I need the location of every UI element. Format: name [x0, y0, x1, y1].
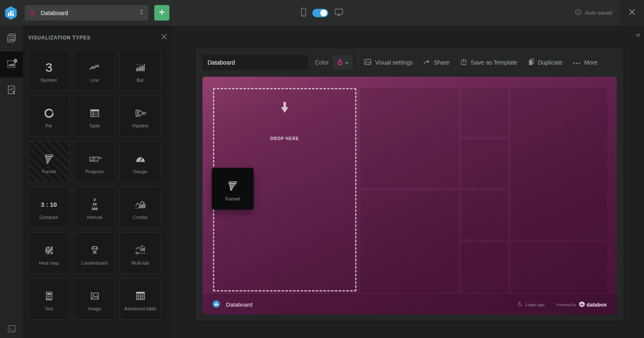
compare-icon: 3 : 10	[41, 195, 57, 214]
viz-tile-multitab[interactable]: Multi-tab	[119, 232, 161, 274]
board-panel-placeholder	[460, 87, 509, 137]
reports-icon	[6, 84, 17, 97]
autosave-status: Auto saved	[575, 0, 612, 26]
terminal-icon	[7, 324, 17, 335]
editor-main: « Color Visual settings	[173, 26, 644, 338]
select-arrows-icon	[140, 9, 143, 17]
rail-item-visualization-types[interactable]	[0, 52, 23, 78]
left-rail	[0, 26, 23, 338]
duplicate-button[interactable]: Duplicate	[528, 58, 562, 67]
viz-tile-label: Advanced table	[125, 306, 156, 311]
editor-toolbar: Color Visual settings Share	[196, 48, 623, 77]
last-refresh: 3 days ago	[518, 302, 544, 307]
rail-item-reports[interactable]	[0, 78, 23, 104]
refresh-icon[interactable]	[518, 302, 522, 307]
collapse-panel-icon[interactable]: «	[636, 31, 640, 39]
viz-tile-label: Gauge	[133, 169, 147, 174]
share-button[interactable]: Share	[423, 59, 449, 67]
save-as-template-icon	[460, 58, 467, 67]
visual-settings-button[interactable]: Visual settings	[364, 58, 413, 67]
databox-brand-icon	[579, 301, 585, 309]
number-icon: 3	[45, 58, 52, 77]
pie-icon	[42, 104, 56, 122]
desktop-icon[interactable]	[334, 8, 343, 18]
close-icon	[628, 8, 636, 17]
board-name-input[interactable]	[203, 55, 308, 70]
viz-tile-compare[interactable]: 3 : 10Compare	[28, 187, 70, 228]
viz-tile-label: Bar	[137, 78, 144, 83]
board-footer-name: Databoard	[226, 302, 252, 308]
board-panel-placeholder	[360, 87, 459, 188]
viz-tile-image[interactable]: Image	[74, 278, 115, 320]
plus-icon	[158, 9, 165, 17]
viz-tile-label: Progress	[85, 169, 104, 174]
mobile-icon[interactable]	[301, 8, 306, 18]
dragging-funnel-tile[interactable]: Funnel	[212, 168, 254, 210]
combo-icon	[133, 195, 148, 214]
viz-tile-text[interactable]: Text	[28, 278, 70, 320]
databoard-canvas: DROP HERE Funnel Databoard 3 days ago	[203, 77, 617, 315]
viz-tile-label: Combo	[133, 215, 148, 220]
visualization-types-panel: VISUALIZATION TYPES 3NumberLineBarPieTab…	[23, 26, 173, 338]
viz-tile-bar[interactable]: Bar	[119, 49, 161, 91]
viz-tile-heatmap[interactable]: Heat map	[28, 232, 70, 274]
viz-tile-label: Table	[89, 123, 100, 128]
rail-item-console[interactable]	[0, 324, 23, 335]
viz-tile-number[interactable]: 3Number	[28, 49, 70, 91]
viz-tile-funnel[interactable]: Funnel	[28, 141, 70, 182]
pipeline-icon	[133, 104, 148, 122]
board-panel-placeholder	[360, 190, 459, 294]
close-editor-button[interactable]	[620, 0, 644, 26]
viz-tile-label: Line	[90, 78, 99, 83]
viz-tile-advanced-table[interactable]: Advanced table	[119, 278, 161, 320]
panel-close-icon[interactable]	[161, 34, 167, 42]
board-footer: Databoard 3 days ago Powered by databox	[203, 294, 617, 315]
viz-tile-label: Multi-tab	[131, 260, 149, 265]
rail-item-databoards[interactable]	[0, 26, 23, 52]
viz-tile-line[interactable]: Line	[74, 49, 115, 91]
board-panel-placeholder	[510, 242, 608, 294]
visual-settings-icon	[364, 58, 371, 67]
viz-tile-pipeline[interactable]: Pipeline	[119, 95, 161, 137]
more-dots-icon	[573, 59, 581, 66]
autosave-label: Auto saved	[585, 10, 612, 16]
viz-tile-label: Funnel	[42, 169, 56, 174]
viz-tile-combo[interactable]: Combo	[119, 187, 161, 228]
databoard-editor-card: Color Visual settings Share	[196, 48, 623, 321]
viz-tile-label: Heat map	[39, 260, 59, 265]
board-color-picker[interactable]	[333, 55, 353, 70]
svg-text:★: ★	[93, 247, 96, 250]
viz-tile-progress[interactable]: %Progress	[74, 141, 115, 182]
more-button[interactable]: More	[573, 59, 597, 66]
device-toggle[interactable]	[312, 9, 328, 17]
board-panel-placeholder	[460, 242, 509, 294]
viz-tile-leaderboard[interactable]: ★Leaderboard	[74, 232, 115, 274]
duplicate-icon	[528, 58, 535, 67]
check-circle-icon	[575, 9, 582, 17]
device-preview-toggle-group	[301, 0, 343, 26]
viz-tile-label: Compare	[39, 215, 58, 220]
viz-tile-gauge[interactable]: Gauge	[119, 141, 161, 182]
chevron-down-icon	[345, 59, 349, 66]
viz-tile-table[interactable]: Table	[74, 95, 115, 137]
gauge-icon	[133, 150, 148, 168]
add-databoard-button[interactable]	[154, 5, 169, 21]
bar-icon	[133, 58, 148, 77]
topbar: Databoard Auto saved	[0, 0, 644, 26]
svg-text:%: %	[99, 156, 101, 160]
viz-tile-label: Image	[88, 306, 101, 311]
viz-tile-label: Interval	[87, 215, 102, 220]
viz-tile-interval[interactable]: 3 10 345Interval	[74, 187, 115, 228]
advanced-table-icon	[133, 287, 148, 305]
board-selector[interactable]: Databoard	[25, 5, 148, 21]
visualization-types-icon	[6, 58, 18, 71]
visualization-type-grid: 3NumberLineBarPieTablePipelineFunnel%Pro…	[23, 49, 173, 320]
heatmap-icon	[42, 241, 56, 260]
interval-icon: 3 10 345	[91, 195, 98, 214]
databox-footer-logo	[213, 300, 220, 309]
table-icon	[88, 104, 102, 122]
color-label: Color	[315, 59, 329, 66]
viz-tile-pie[interactable]: Pie	[28, 95, 70, 137]
save-as-template-button[interactable]: Save as Template	[460, 58, 517, 67]
drop-arrow-icon	[279, 101, 290, 116]
